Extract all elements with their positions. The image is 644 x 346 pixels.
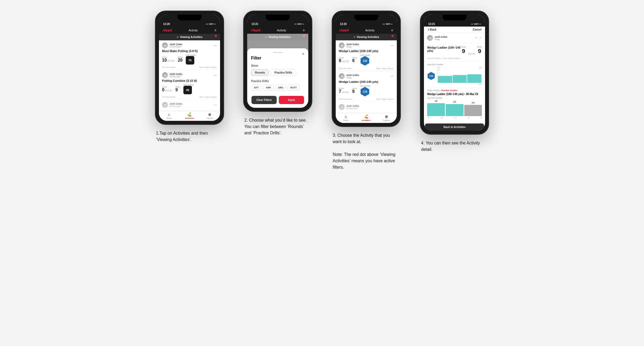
app-title-3: Activity <box>365 29 374 32</box>
red-dot-3 <box>392 35 394 37</box>
back-to-activities-btn[interactable]: Back to Activities <box>425 123 484 131</box>
bar-2: 129 <box>446 104 464 116</box>
phone-1-screen: 13:20 ▪▪▪ WiFi ▪▪ clippd Activity ≡ ⚙ Vi… <box>159 15 220 121</box>
activity-card-1[interactable]: JC Josh Coles 28 Feb 2023 ••• Must Make … <box>159 40 220 70</box>
bottom-nav-1: ⌂ Home ⛳ Activities ⊕ Capture <box>159 111 220 121</box>
detail-user-row: JC Josh Coles Today ✎ ⤢ <box>424 33 485 43</box>
arg-btn[interactable]: ARG <box>275 85 286 91</box>
filter-icon-1: ⚙ <box>176 36 179 39</box>
nav-activities-1[interactable]: ⛳ Activities <box>179 112 200 119</box>
wifi-icon: WiFi <box>209 23 213 25</box>
quality-label-1: Shot Quality <box>186 54 196 56</box>
signal-icon-2: ▪▪▪ <box>294 23 297 25</box>
avg-shot-quality-label: Avg Shot Quality <box>427 97 482 99</box>
detail-avatar: JC <box>427 35 433 41</box>
step-2-desc: 2. Choose what you’d like to see. You ca… <box>243 117 312 136</box>
step-3-column: 13:20 ▪▪▪ WiFi ▪▪ clippd Activity ≡ ⚙ Vi… <box>326 11 407 170</box>
apply-btn[interactable]: Apply <box>279 96 304 104</box>
detail-user-name: Josh Coles <box>435 36 447 38</box>
expand-icon[interactable]: ⤢ <box>479 36 482 40</box>
battery-icon: ▪▪ <box>214 23 216 25</box>
app-nav-3: clippd Activity ≡ <box>336 27 397 34</box>
drills-label: Practice Drills <box>251 80 305 83</box>
red-dot-1 <box>215 35 217 37</box>
viewing-banner-1[interactable]: ⚙ Viewing Activities <box>159 34 220 40</box>
activity-card-3-2[interactable]: JC Josh Coles Today ••• Wedge Ladder (10… <box>336 71 397 102</box>
capture-icon-3: ⊕ <box>385 114 388 119</box>
red-dot-2 <box>303 35 305 37</box>
step-3-desc: 3. Choose the Activity that you want to … <box>332 132 401 170</box>
more-icon-2[interactable]: ••• <box>214 74 217 77</box>
activities-icon-1: ⛳ <box>187 112 192 117</box>
card-user-1: JC Josh Coles 28 Feb 2023 <box>162 42 182 48</box>
activity-card-3-1[interactable]: JC Josh Coles Today ••• Wedge Ladder (10… <box>336 40 397 71</box>
user-date-1: 28 Feb 2023 <box>170 46 182 48</box>
nav-capture-label-1: Capture <box>206 117 213 119</box>
bar-value-2: 129 <box>453 101 456 103</box>
signal-icon-3: ▪▪▪ <box>383 23 385 25</box>
quality-hex-3-1: 130 <box>360 56 370 66</box>
partial-card-1: JC Josh Coles 28 Feb 2023 ••• <box>159 100 220 111</box>
phone-3-notch <box>336 15 397 22</box>
more-icon-1[interactable]: ••• <box>214 44 217 47</box>
close-icon[interactable]: ✕ <box>302 52 305 56</box>
activity-card-2[interactable]: JC Josh Coles 28 Feb 2023 ••• Putting Co… <box>159 70 220 100</box>
back-button[interactable]: < Back <box>428 28 436 31</box>
phone-4-notch <box>424 15 485 22</box>
viewing-banner-3[interactable]: ⚙ Viewing Activities <box>336 34 397 40</box>
ott-btn[interactable]: OTT <box>251 85 262 91</box>
quality-hex-detail: 130 <box>427 72 435 80</box>
modal-handle <box>273 52 283 53</box>
bar-chart: 132 129 124 <box>427 100 482 116</box>
phone-3: 13:20 ▪▪▪ WiFi ▪▪ clippd Activity ≡ ⚙ Vi… <box>332 11 401 127</box>
user-name-1: Josh Coles <box>170 43 182 46</box>
drill-buttons: OTT APP ARG PUTT <box>251 85 305 91</box>
quality-badge-1: 75 <box>186 56 194 65</box>
divider-2 <box>427 87 482 88</box>
wifi-icon-2: WiFi <box>297 23 302 25</box>
nav-capture-3[interactable]: ⊕ Capture <box>376 114 397 122</box>
phone-4-screen: 13:21 ▪▪▪ WiFi ▪▪ < Back Cancel JC <box>424 15 485 131</box>
clear-filters-btn[interactable]: Clear Filters <box>251 96 277 104</box>
cancel-button[interactable]: Cancel <box>473 28 481 31</box>
card-header-1: JC Josh Coles 28 Feb 2023 ••• <box>162 42 217 48</box>
putt-btn[interactable]: PUTT <box>288 85 300 91</box>
viewing-banner-2[interactable]: ⚙ Viewing Activities <box>247 34 308 40</box>
app-title-2: Activity <box>277 29 286 32</box>
score-group-1: Score 10 OUT OF <box>162 56 175 62</box>
hamburger-icon-3[interactable]: ≡ <box>391 28 393 32</box>
battery-icon-3: ▪▪ <box>391 23 393 25</box>
nav-home-1[interactable]: ⌂ Home <box>159 112 179 119</box>
step-2-column: 13:21 ▪▪▪ WiFi ▪▪ clippd Activity ≡ ⚙ Vi… <box>238 11 318 170</box>
rounds-filter-btn[interactable]: Rounds <box>251 69 269 76</box>
step-1-column: 13:20 ▪▪▪ WiFi ▪▪ clippd Activity ≡ ⚙ Vi… <box>149 11 230 170</box>
card-footer-1: Test Information Data: Clippd Capture <box>162 66 217 68</box>
nav-activities-3[interactable]: ⛳ Activities <box>356 114 376 122</box>
phone-4: 13:21 ▪▪▪ WiFi ▪▪ < Back Cancel JC <box>420 11 489 135</box>
hamburger-icon-2[interactable]: ≡ <box>303 28 305 32</box>
app-nav-2: clippd Activity ≡ <box>247 27 308 34</box>
quality-chart <box>437 74 482 83</box>
card-user-2: JC Josh Coles 28 Feb 2023 <box>162 72 182 78</box>
card-stats-1: Score 10 OUT OF Shots 20 Shot Quality <box>162 54 217 65</box>
status-bar-1: 13:20 ▪▪▪ WiFi ▪▪ <box>159 22 220 27</box>
hamburger-icon-1[interactable]: ≡ <box>214 28 216 32</box>
phone-2-notch <box>247 15 308 22</box>
status-time-3: 13:20 <box>340 23 347 25</box>
practice-drills-filter-btn[interactable]: Practice Drills <box>270 69 296 76</box>
status-bar-2: 13:21 ▪▪▪ WiFi ▪▪ <box>247 22 308 27</box>
app-logo-1: clippd <box>163 28 172 32</box>
status-bar-4: 13:21 ▪▪▪ WiFi ▪▪ <box>424 22 485 27</box>
nav-home-3[interactable]: ⌂ Home <box>336 114 356 122</box>
score-value-1: 10 <box>162 58 167 62</box>
detail-data-source: Data: Clippd Capture <box>443 57 460 59</box>
detail-test-info: Test Information <box>427 57 440 59</box>
nav-capture-1[interactable]: ⊕ Capture <box>200 112 220 119</box>
phone-1-notch <box>159 15 220 22</box>
page-container: 13:20 ▪▪▪ WiFi ▪▪ clippd Activity ≡ ⚙ Vi… <box>149 11 495 170</box>
app-btn[interactable]: APP <box>263 85 274 91</box>
chart-label: APP <box>437 83 482 85</box>
quality-group-1: Shot Quality 75 <box>186 54 196 65</box>
status-time-4: 13:21 <box>428 23 435 25</box>
edit-icon[interactable]: ✎ <box>475 36 478 40</box>
